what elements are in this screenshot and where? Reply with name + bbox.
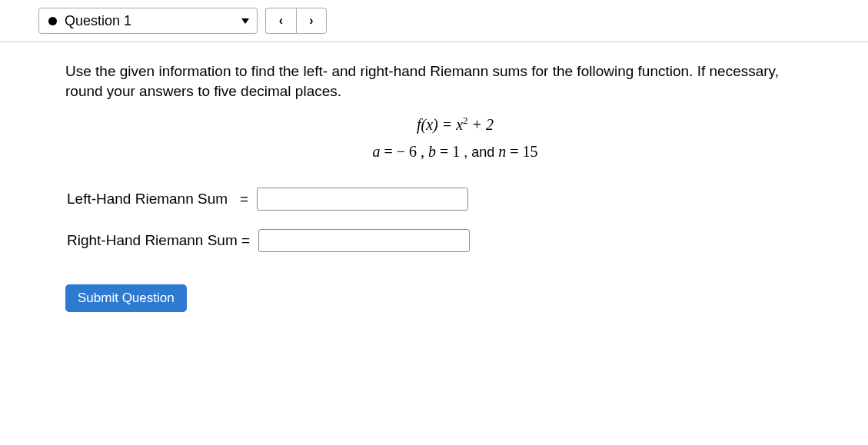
question-nav: ‹ ›: [265, 8, 327, 34]
left-riemann-row: Left-Hand Riemann Sum =: [67, 188, 814, 211]
chevron-right-icon: ›: [309, 14, 313, 28]
question-instructions: Use the given information to find the le…: [65, 61, 803, 101]
right-riemann-input[interactable]: [258, 229, 470, 252]
chevron-left-icon: ‹: [279, 14, 283, 28]
fx-suffix: + 2: [468, 116, 494, 133]
next-button[interactable]: ›: [296, 8, 327, 34]
function-definition: f(x) = x2 + 2: [65, 115, 814, 134]
param-b-value: 1: [452, 143, 460, 160]
param-n-value: 15: [523, 143, 538, 160]
prev-button[interactable]: ‹: [265, 8, 296, 34]
left-riemann-input[interactable]: [257, 188, 468, 211]
param-a-label: a: [372, 143, 380, 160]
question-selector[interactable]: Question 1: [38, 8, 258, 34]
parameters: a = − 6 , b = 1 , and n = 15: [65, 143, 814, 161]
question-selector-label: Question 1: [65, 13, 131, 29]
status-dot-icon: [48, 17, 57, 25]
fx-prefix: f(x) = x: [417, 116, 463, 133]
question-content: Use the given information to find the le…: [0, 42, 868, 331]
submit-button-label: Submit Question: [78, 291, 175, 305]
left-riemann-label: Left-Hand Riemann Sum =: [67, 191, 252, 208]
caret-down-icon: [241, 18, 249, 24]
param-a-value: − 6: [397, 143, 417, 160]
right-riemann-label: Right-Hand Riemann Sum =: [67, 232, 254, 249]
param-b-label: b: [428, 143, 436, 160]
param-n-label: n: [498, 143, 506, 160]
toolbar: Question 1 ‹ ›: [0, 8, 868, 42]
param-and: , and: [464, 144, 498, 160]
submit-button[interactable]: Submit Question: [65, 284, 187, 312]
right-riemann-row: Right-Hand Riemann Sum =: [67, 229, 814, 252]
